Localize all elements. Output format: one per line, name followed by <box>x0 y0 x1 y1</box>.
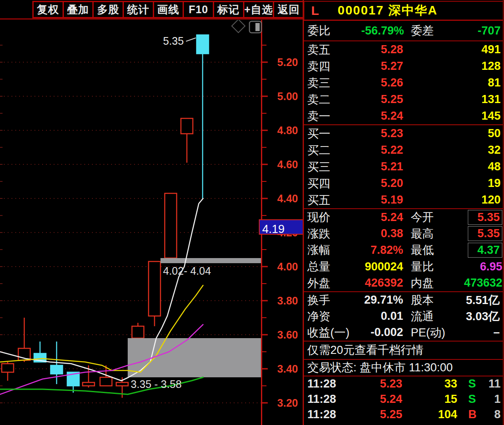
tick-count: 1 <box>494 393 501 406</box>
candle-body <box>165 193 177 258</box>
toolbar-button[interactable]: 返回 <box>274 1 304 18</box>
axis-label: 4.40 <box>277 192 298 204</box>
level-price: 5.23 <box>381 127 403 140</box>
quote-label-left: 涨幅 <box>304 242 330 258</box>
tick-side: S <box>468 393 476 406</box>
candle-body <box>116 382 128 386</box>
level-volume: 19 <box>488 177 501 190</box>
tick-list[interactable]: 11:28 5.23 33 S 11 11:28 5.24 15 S 1 11:… <box>304 376 504 425</box>
top-toolbar: 复权叠加多股统计画线F10标记+自选返回 L 000017 深中华A <box>0 0 504 20</box>
tick-row: 11:28 5.25 11 S <box>304 422 504 425</box>
tick-time: 11:28 <box>304 408 336 421</box>
info-label-right: PE(动) <box>407 325 445 340</box>
order-book-row: 买一 5.23 50 <box>304 125 504 142</box>
tick-row: 11:28 5.24 15 S 1 <box>304 392 504 407</box>
order-book-row: 卖一 5.24 145 <box>304 108 504 124</box>
order-book-row: 卖五 5.28 491 <box>304 41 504 58</box>
quote-value-left: 900024 <box>365 260 403 273</box>
toolbar-menu: 复权叠加多股统计画线F10标记+自选返回 <box>32 1 304 18</box>
trading-status: 交易状态: 盘中休市 11:30:00 <box>304 359 504 376</box>
candle-body <box>83 382 94 386</box>
drawn-zone[interactable] <box>160 258 261 263</box>
kline-chart[interactable]: 5.354.02- 4.043.35 - 3.585.205.004.804.6… <box>0 20 304 425</box>
toolbar-button[interactable]: 画线 <box>154 1 184 18</box>
toolbar-button-label: F10 <box>189 3 208 16</box>
level-volume: 32 <box>488 144 501 157</box>
promo-banner[interactable]: 仅需20元查看千档行情 <box>304 341 504 359</box>
level-label: 卖五 <box>304 42 330 57</box>
info-label-right: 流通 <box>407 309 434 324</box>
level-label: 买三 <box>304 159 330 175</box>
axis-label: 4.80 <box>277 124 298 136</box>
quote-label-right: 量比 <box>407 259 434 274</box>
quote-label-right: 最高 <box>407 226 434 241</box>
order-book-row: 买四 5.20 19 <box>304 175 504 192</box>
diamond-icon[interactable] <box>232 20 245 33</box>
tick-price: 5.25 <box>380 423 402 425</box>
quote-row: 现价 5.24 今开 5.35 <box>304 209 504 226</box>
level-price: 5.25 <box>381 93 403 106</box>
tick-time: 11:28 <box>304 377 336 391</box>
quote-value-right: 4.37 <box>468 243 502 258</box>
axis-label: 3.40 <box>277 363 298 375</box>
level-label: 买一 <box>304 126 330 141</box>
level-volume: 120 <box>481 193 501 207</box>
info-value-left: 0.01 <box>381 310 403 323</box>
quote-value-right: 473632 <box>464 276 502 290</box>
quote-row: 涨幅 7.82% 最低 4.37 <box>304 242 504 258</box>
quote-value-left: 0.38 <box>381 227 403 240</box>
fundamental-grid: 换手 29.71% 股本 5.51亿 净资 0.01 流通 3.03亿 收益(一… <box>304 291 504 341</box>
toolbar-button-label: 返回 <box>278 3 300 17</box>
info-value-right: – <box>493 326 500 339</box>
toolbar-button[interactable]: 叠加 <box>64 1 94 18</box>
quote-label-right: 内盘 <box>407 276 434 291</box>
toolbar-button[interactable]: +自选 <box>244 1 275 18</box>
toolbar-button-label: 统计 <box>127 3 149 17</box>
info-value-left: -0.002 <box>370 326 403 339</box>
bid-levels: 买一 5.23 50 买二 5.22 32 买三 5.21 48 买四 5.20… <box>304 124 504 208</box>
tick-count: 11 <box>488 377 501 391</box>
toolbar-button-label: 标记 <box>218 3 240 17</box>
level-label: 买二 <box>304 143 330 158</box>
axis-label: 4.60 <box>277 158 298 170</box>
level-volume: 128 <box>481 60 501 73</box>
quote-row: 涨跌 0.38 最高 5.35 <box>304 226 504 242</box>
toolbar-button-label: 多股 <box>97 3 119 17</box>
toolbar-divider <box>0 18 304 20</box>
toolbar-button[interactable]: 统计 <box>124 1 154 18</box>
toolbar-button-label: 画线 <box>158 3 180 17</box>
level-volume: 131 <box>481 93 501 106</box>
toolbar-button[interactable]: 标记 <box>214 1 244 18</box>
level-price: 5.21 <box>381 160 403 173</box>
weibi-value: -56.79% <box>361 24 404 37</box>
tick-price: 5.24 <box>380 393 402 406</box>
tick-price: 5.23 <box>380 377 402 391</box>
quote-label-left: 现价 <box>304 210 330 225</box>
drawn-zone[interactable] <box>128 338 261 377</box>
tick-row: 11:28 5.25 104 B 8 <box>304 407 504 422</box>
info-label-right: 股本 <box>407 293 434 308</box>
quote-label-left: 涨跌 <box>304 226 330 241</box>
level-volume: 50 <box>488 127 501 140</box>
level-price: 5.27 <box>381 60 403 73</box>
axis-label: 3.80 <box>277 295 298 307</box>
quote-value-right: 5.35 <box>468 210 502 225</box>
toolbar-button[interactable]: F10 <box>184 1 214 18</box>
stock-code-name: 000017 深中华A <box>338 2 438 19</box>
weibi-row: 委比 -56.79% 委差 -707 <box>304 20 504 40</box>
price-marker-label: 4.19 <box>262 223 285 235</box>
level-volume: 145 <box>481 109 501 123</box>
zone1-annotation: 4.02- 4.04 <box>163 265 211 277</box>
toolbar-button[interactable]: 复权 <box>34 1 64 18</box>
quote-value-right: 5.35 <box>468 226 502 241</box>
level-price: 5.19 <box>381 193 403 207</box>
level-volume: 491 <box>481 43 501 56</box>
tick-price: 5.25 <box>380 408 402 421</box>
info-row: 收益(一) -0.002 PE(动) – <box>304 324 504 341</box>
level-label: 卖四 <box>304 59 330 74</box>
toolbar-button[interactable]: 多股 <box>94 1 124 18</box>
quote-row: 总量 900024 量比 6.95 <box>304 258 504 275</box>
axis-label: 5.20 <box>277 56 298 68</box>
axis-label: 3.20 <box>277 397 298 409</box>
level-label: 买四 <box>304 176 330 191</box>
